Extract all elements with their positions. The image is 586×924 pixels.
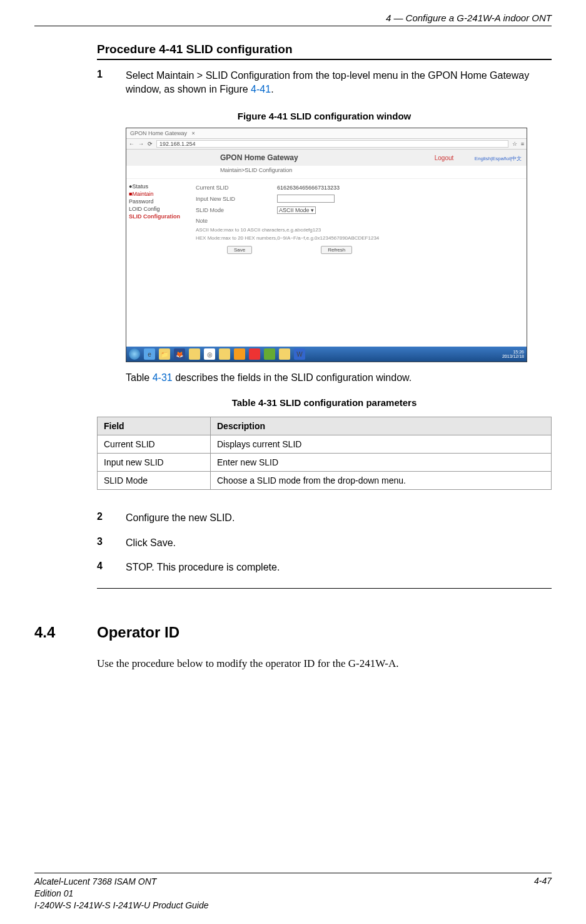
step-1-text-b: . bbox=[271, 84, 273, 94]
taskbar: e 📁 🦊 ◎ W 15:26 2013/12/18 bbox=[126, 347, 527, 362]
current-slid-value: 61626364656667313233 bbox=[277, 185, 340, 191]
step-number: 1 bbox=[97, 69, 126, 96]
chrome-icon[interactable]: ◎ bbox=[204, 348, 215, 360]
banner-title: GPON Home Gateway bbox=[220, 153, 298, 162]
app-banner: GPON Home Gateway Logout English|Español… bbox=[126, 150, 527, 166]
page-footer: Alcatel-Lucent 7368 ISAM ONT Edition 01 … bbox=[34, 873, 552, 911]
app-icon-1[interactable] bbox=[189, 348, 200, 360]
taskbar-clock: 15:26 2013/12/18 bbox=[502, 350, 524, 359]
cell-desc: Displays current SLID bbox=[211, 435, 552, 454]
post-figure-text: Table 4-31 describes the fields in the S… bbox=[126, 372, 552, 383]
procedure-title: Procedure 4-41 SLID configuration bbox=[97, 43, 552, 56]
note-label: Note bbox=[196, 218, 277, 224]
note-ascii: ASCII Mode:max to 10 ASCII characters,e.… bbox=[196, 226, 522, 234]
table-row: SLID Mode Choose a SLID mode from the dr… bbox=[98, 472, 552, 490]
sidebar-item-loid[interactable]: LOID Config bbox=[129, 205, 188, 213]
step-number: 2 bbox=[97, 511, 126, 525]
step-body: Click Save. bbox=[126, 536, 552, 550]
tab-title: GPON Home Gateway bbox=[130, 130, 187, 136]
th-description: Description bbox=[211, 417, 552, 435]
cell-field: SLID Mode bbox=[98, 472, 211, 490]
step-3: 3 Click Save. bbox=[97, 536, 552, 550]
app-icon-6[interactable] bbox=[279, 348, 290, 360]
word-icon[interactable]: W bbox=[294, 348, 305, 360]
cell-field: Current SLID bbox=[98, 435, 211, 454]
refresh-button-screenshot[interactable]: Refresh bbox=[321, 246, 352, 254]
step-number: 4 bbox=[97, 561, 126, 574]
url-field[interactable]: 192.168.1.254 bbox=[156, 140, 508, 148]
firefox-icon[interactable]: 🦊 bbox=[174, 348, 185, 360]
step-number: 3 bbox=[97, 536, 126, 550]
header-rule bbox=[34, 26, 552, 26]
footer-line-1: Alcatel-Lucent 7368 ISAM ONT bbox=[34, 876, 209, 888]
step-4: 4 STOP. This procedure is complete. bbox=[97, 561, 552, 574]
reload-icon[interactable]: ⟳ bbox=[148, 141, 153, 147]
footer-line-3: I-240W-S I-241W-S I-241W-U Product Guide bbox=[34, 900, 209, 911]
table-row: Input new SLID Enter new SLID bbox=[98, 454, 552, 472]
start-icon[interactable] bbox=[129, 348, 140, 360]
cell-desc: Enter new SLID bbox=[211, 454, 552, 472]
table-caption: Table 4-31 SLID configuration parameters bbox=[97, 397, 552, 408]
figure-screenshot: GPON Home Gateway × ← → ⟳ 192.168.1.254 … bbox=[126, 128, 527, 362]
section-number: 4.4 bbox=[34, 624, 97, 641]
parameters-table: Field Description Current SLID Displays … bbox=[97, 417, 552, 490]
procedure-end-rule bbox=[97, 588, 552, 589]
save-button-screenshot[interactable]: Save bbox=[227, 246, 252, 254]
sidebar-item-maintain[interactable]: ■Maintain bbox=[129, 190, 188, 198]
sidebar-item-password[interactable]: Password bbox=[129, 198, 188, 205]
footer-line-2: Edition 01 bbox=[34, 888, 209, 900]
menu-icon[interactable]: ≡ bbox=[521, 141, 524, 147]
slid-mode-label: SLID Mode bbox=[196, 207, 277, 213]
step-1-text-a: Select Maintain > SLID Configuration fro… bbox=[126, 70, 529, 94]
current-slid-label: Current SLID bbox=[196, 185, 277, 191]
table-link[interactable]: 4-31 bbox=[153, 372, 173, 383]
language-links[interactable]: English|Español|中文 bbox=[475, 156, 522, 161]
nav-forward-icon[interactable]: → bbox=[138, 141, 144, 147]
ie-icon[interactable]: e bbox=[144, 348, 155, 360]
note-hex: HEX Mode:max to 20 HEX numbers,0~9/A~F/a… bbox=[196, 234, 522, 242]
figure-link[interactable]: 4-41 bbox=[251, 84, 271, 94]
step-2: 2 Configure the new SLID. bbox=[97, 511, 552, 525]
procedure-rule bbox=[97, 59, 552, 60]
logout-link[interactable]: Logout bbox=[435, 155, 454, 161]
browser-tab: GPON Home Gateway × bbox=[126, 128, 527, 139]
input-slid-field[interactable] bbox=[277, 195, 335, 203]
step-1: 1 Select Maintain > SLID Configuration f… bbox=[97, 69, 552, 96]
input-slid-label: Input New SLID bbox=[196, 196, 277, 202]
cell-desc: Choose a SLID mode from the drop-down me… bbox=[211, 472, 552, 490]
nav-back-icon[interactable]: ← bbox=[129, 141, 134, 147]
sidebar-item-slid[interactable]: SLID Configuration bbox=[129, 213, 188, 220]
section-title: Operator ID bbox=[97, 624, 179, 641]
th-field: Field bbox=[98, 417, 211, 435]
sidebar-item-status[interactable]: ●Status bbox=[129, 183, 188, 190]
step-body: STOP. This procedure is complete. bbox=[126, 561, 552, 574]
app-icon-2[interactable] bbox=[219, 348, 230, 360]
main-panel: Current SLID 61626364656667313233 Input … bbox=[191, 179, 527, 259]
explorer-icon[interactable]: 📁 bbox=[159, 348, 170, 360]
breadcrumb: Maintain>SLID Configuration bbox=[126, 166, 527, 179]
section-body: Use the procedure below to modify the op… bbox=[97, 657, 552, 670]
app-icon-4[interactable] bbox=[249, 348, 260, 360]
figure-caption: Figure 4-41 SLID configuration window bbox=[97, 111, 552, 121]
page-header-right: 4 — Configure a G-241W-A indoor ONT bbox=[34, 13, 552, 26]
page-number: 4-47 bbox=[534, 876, 552, 911]
app-icon-5[interactable] bbox=[264, 348, 275, 360]
star-icon[interactable]: ☆ bbox=[512, 141, 517, 147]
section-heading: 4.4 Operator ID bbox=[34, 624, 552, 641]
table-row: Current SLID Displays current SLID bbox=[98, 435, 552, 454]
step-body: Select Maintain > SLID Configuration fro… bbox=[126, 69, 552, 96]
browser-address-bar: ← → ⟳ 192.168.1.254 ☆ ≡ bbox=[126, 139, 527, 150]
sidebar: ●Status ■Maintain Password LOID Config S… bbox=[126, 179, 191, 259]
cell-field: Input new SLID bbox=[98, 454, 211, 472]
step-body: Configure the new SLID. bbox=[126, 511, 552, 525]
slid-mode-select[interactable]: ASCII Mode ▾ bbox=[277, 206, 316, 214]
app-icon-3[interactable] bbox=[234, 348, 245, 360]
